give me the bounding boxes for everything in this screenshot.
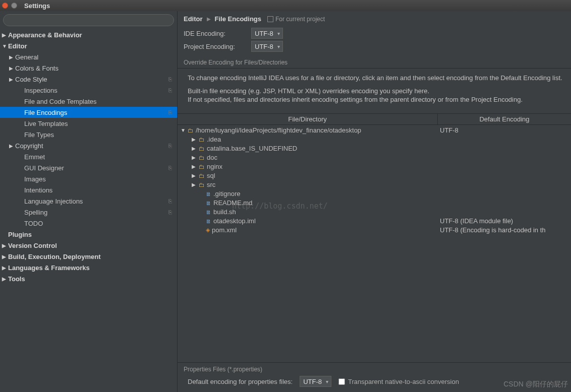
sidebar-item-label: Tools	[8, 275, 177, 283]
sidebar-item-label: Images	[24, 175, 177, 183]
sidebar-item-label: Spelling	[24, 209, 166, 216]
close-icon[interactable]	[2, 3, 8, 9]
breadcrumb: Editor ▶ File Encodings For current proj…	[178, 11, 571, 27]
tree-arrow-icon: ▶	[192, 182, 197, 187]
xml-file-icon: ◈	[206, 227, 210, 233]
sidebar-item-label: Emmet	[24, 153, 177, 161]
table-row[interactable]: 🗎.gitignore	[181, 189, 571, 199]
table-row[interactable]: ▶🗀nginx	[181, 162, 571, 171]
file-name: .idea	[207, 136, 221, 143]
expand-arrow-icon: ▶	[2, 243, 7, 248]
file-name: sql	[207, 172, 215, 179]
sidebar-item-inspections[interactable]: Inspections⎘	[0, 85, 177, 96]
sidebar-item-emmet[interactable]: Emmet	[0, 151, 177, 162]
sidebar-item-file-and-code-templates[interactable]: File and Code Templates	[0, 96, 177, 107]
sidebar-item-plugins[interactable]: Plugins	[0, 229, 177, 240]
expand-arrow-icon: ▶	[9, 77, 14, 82]
sidebar-item-label: Language Injections	[24, 198, 166, 205]
tree-arrow-icon: ▶	[192, 164, 197, 169]
project-badge-icon: ⎘	[166, 76, 174, 82]
sidebar-item-images[interactable]: Images	[0, 173, 177, 184]
table-row[interactable]: ◈pom.xmlUTF-8 (Encoding is hard-coded in…	[181, 226, 571, 235]
expand-arrow-icon: ▶	[2, 254, 7, 259]
sidebar-item-live-templates[interactable]: Live Templates	[0, 118, 177, 129]
sidebar-item-label: Version Control	[8, 242, 177, 249]
sidebar-item-label: Plugins	[8, 231, 177, 238]
search-input[interactable]	[3, 14, 174, 26]
sidebar-item-label: File Types	[24, 131, 177, 139]
table-row[interactable]: 🗎otadesktop.imlUTF-8 (IDEA module file)	[181, 217, 571, 226]
sidebar-item-languages-frameworks[interactable]: ▶Languages & Frameworks	[0, 262, 177, 273]
scope-label: For current project	[267, 16, 325, 23]
transparent-ascii-checkbox[interactable]: Transparent native-to-ascii conversion	[338, 378, 459, 385]
properties-encoding-label: Default encoding for properties files:	[188, 378, 293, 385]
sidebar-item-colors-fonts[interactable]: ▶Colors & Fonts	[0, 62, 177, 74]
project-badge-icon: ⎘	[166, 109, 174, 115]
tree-arrow-icon: ▶	[192, 173, 197, 178]
sidebar-item-build-execution-deployment[interactable]: ▶Build, Execution, Deployment	[0, 251, 177, 262]
sidebar-item-file-types[interactable]: File Types	[0, 129, 177, 140]
sidebar-item-editor[interactable]: ▼Editor	[0, 40, 177, 51]
expand-arrow-icon: ▶	[2, 32, 7, 38]
sidebar-item-copyright[interactable]: ▶Copyright⎘	[0, 140, 177, 151]
ide-encoding-combo[interactable]: UTF-8	[251, 28, 283, 39]
tree-arrow-icon: ▶	[192, 137, 197, 142]
encoding-value[interactable]: UTF-8	[438, 126, 571, 134]
sidebar-item-label: Editor	[8, 42, 177, 50]
project-encoding-combo[interactable]: UTF-8	[251, 41, 283, 52]
table-row[interactable]: ▶🗀.idea	[181, 135, 571, 144]
folder-icon: 🗀	[199, 181, 205, 188]
sidebar-item-general[interactable]: ▶General	[0, 51, 177, 62]
folder-icon: 🗀	[199, 145, 205, 152]
sidebar-item-gui-designer[interactable]: GUI Designer⎘	[0, 162, 177, 173]
sidebar-item-code-style[interactable]: ▶Code Style⎘	[0, 74, 177, 85]
encoding-value[interactable]: UTF-8 (IDEA module file)	[438, 217, 571, 225]
col-default-encoding[interactable]: Default Encoding	[438, 114, 571, 124]
minimize-icon[interactable]	[11, 3, 17, 9]
sidebar-item-intentions[interactable]: Intentions	[0, 184, 177, 195]
properties-encoding-combo[interactable]: UTF-8	[300, 376, 331, 387]
sidebar-item-file-encodings[interactable]: File Encodings⎘	[0, 107, 177, 118]
project-badge-icon: ⎘	[166, 209, 174, 215]
file-name: .gitignore	[213, 190, 240, 198]
sidebar-item-label: Code Style	[15, 76, 166, 83]
expand-arrow-icon: ▶	[9, 54, 14, 60]
help-text: To change encoding IntelliJ IDEA uses fo…	[178, 69, 571, 113]
table-row[interactable]: ▶🗀catalina.base_IS_UNDEFINED	[181, 144, 571, 153]
window-title: Settings	[24, 2, 50, 10]
sidebar-item-tools[interactable]: ▶Tools	[0, 273, 177, 284]
ide-encoding-label: IDE Encoding:	[184, 30, 251, 37]
table-row[interactable]: 🗎README.md	[181, 199, 571, 208]
project-encoding-label: Project Encoding:	[184, 43, 251, 50]
folder-icon: 🗀	[199, 136, 205, 143]
table-row[interactable]: ▶🗀sql	[181, 171, 571, 180]
table-row[interactable]: ▼🗀/home/luyangli/IdeaProjects/flightdev_…	[181, 126, 571, 135]
sidebar-item-language-injections[interactable]: Language Injections⎘	[0, 195, 177, 207]
tree-arrow-icon: ▼	[181, 127, 186, 133]
table-row[interactable]: ▶🗀doc	[181, 153, 571, 162]
sidebar-item-todo[interactable]: TODO	[0, 218, 177, 229]
breadcrumb-editor[interactable]: Editor	[184, 15, 203, 23]
expand-arrow-icon: ▶	[2, 276, 7, 282]
sidebar-item-appearance-behavior[interactable]: ▶Appearance & Behavior	[0, 29, 177, 40]
table-row[interactable]: ▶🗀src	[181, 180, 571, 189]
file-name: catalina.base_IS_UNDEFINED	[207, 145, 297, 152]
table-row[interactable]: 🗎build.sh	[181, 208, 571, 217]
encoding-value[interactable]: UTF-8 (Encoding is hard-coded in th	[438, 226, 571, 234]
file-icon: 🗎	[206, 200, 211, 206]
table-header: File/Directory Default Encoding	[178, 114, 571, 125]
project-scope-icon	[267, 16, 273, 22]
expand-arrow-icon: ▶	[2, 265, 7, 271]
sidebar-item-label: Build, Execution, Deployment	[8, 253, 177, 260]
file-name: README.md	[213, 199, 252, 207]
chevron-right-icon: ▶	[207, 16, 211, 22]
expand-arrow-icon: ▼	[2, 43, 7, 49]
folder-icon: 🗀	[199, 172, 205, 179]
folder-icon: 🗀	[199, 163, 205, 170]
sidebar-item-label: GUI Designer	[24, 164, 166, 172]
sidebar-item-spelling[interactable]: Spelling⎘	[0, 207, 177, 218]
content-pane: Editor ▶ File Encodings For current proj…	[178, 11, 571, 392]
file-name: pom.xml	[212, 226, 237, 234]
col-file-directory[interactable]: File/Directory	[178, 114, 438, 124]
sidebar-item-version-control[interactable]: ▶Version Control	[0, 240, 177, 251]
